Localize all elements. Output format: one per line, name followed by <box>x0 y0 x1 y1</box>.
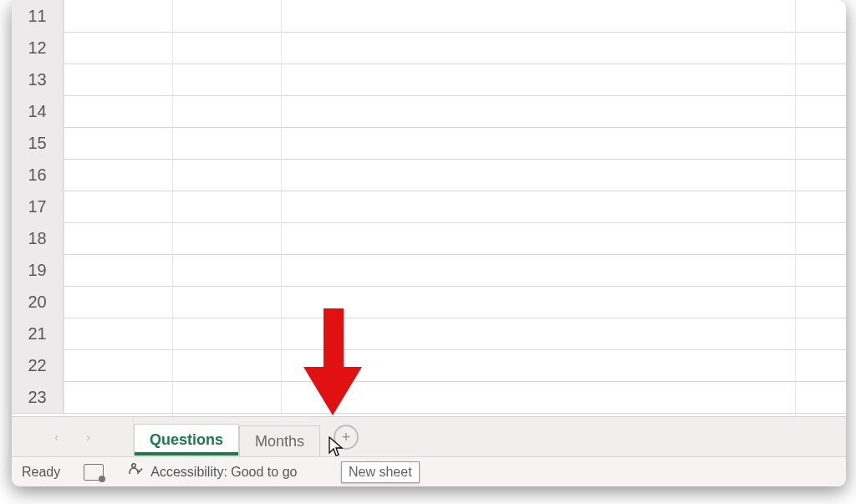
col-separator <box>172 0 173 416</box>
sheet-tab-label: Months <box>255 433 304 451</box>
row[interactable]: 15 <box>12 127 846 160</box>
plus-icon: + <box>342 430 351 445</box>
row-header[interactable]: 16 <box>12 159 64 191</box>
col-separator <box>64 0 64 416</box>
sheet-tabs: Questions Months <box>134 417 320 456</box>
row-header[interactable]: 20 <box>12 286 64 318</box>
row-header[interactable]: 22 <box>12 349 64 381</box>
row-header[interactable]: 15 <box>12 127 64 159</box>
row[interactable]: 16 <box>12 159 846 191</box>
row-header[interactable]: 17 <box>12 191 64 222</box>
row[interactable]: 11 <box>12 0 846 33</box>
row-header[interactable]: 21 <box>12 318 64 349</box>
row[interactable]: 13 <box>12 64 846 96</box>
excel-window-fragment: 11 12 13 14 15 16 17 18 19 20 21 22 23 ‹… <box>12 0 846 486</box>
status-bar: Ready Accessibility: Good to go <box>12 456 846 486</box>
sheet-tab-months[interactable]: Months <box>239 425 320 456</box>
sheet-tab-questions[interactable]: Questions <box>134 424 239 456</box>
status-macro-rec[interactable] <box>84 464 104 481</box>
col-separator <box>795 0 796 416</box>
row[interactable]: 14 <box>12 95 846 128</box>
row[interactable]: 20 <box>12 286 846 318</box>
row[interactable]: 23 <box>12 381 846 414</box>
macro-record-icon <box>84 464 104 481</box>
sheet-tab-label: Questions <box>150 431 223 449</box>
tab-nav-prev-icon[interactable]: ‹ <box>48 429 65 445</box>
row-header[interactable]: 18 <box>12 222 64 254</box>
col-separator <box>281 0 282 416</box>
spreadsheet-grid[interactable]: 11 12 13 14 15 16 17 18 19 20 21 22 23 <box>12 0 846 416</box>
row-header[interactable]: 11 <box>12 0 64 32</box>
row-header[interactable]: 23 <box>12 381 64 413</box>
row-header[interactable]: 19 <box>12 254 64 286</box>
tab-nav-next-icon[interactable]: › <box>80 429 97 445</box>
row[interactable]: 18 <box>12 222 846 255</box>
svg-point-0 <box>132 464 135 467</box>
row[interactable]: 17 <box>12 191 846 223</box>
new-sheet-button[interactable]: + <box>334 425 359 450</box>
row-header[interactable]: 12 <box>12 32 64 64</box>
row[interactable]: 21 <box>12 318 846 350</box>
new-sheet-holder: + <box>320 417 359 456</box>
row[interactable]: 12 <box>12 32 846 64</box>
status-accessibility[interactable]: Accessibility: Good to go <box>127 461 297 482</box>
person-check-icon <box>127 461 144 482</box>
tab-nav-area: ‹ › <box>12 417 134 456</box>
row-header[interactable]: 14 <box>12 95 64 127</box>
sheet-tab-strip: ‹ › Questions Months + <box>12 416 846 456</box>
row-header[interactable]: 13 <box>12 64 64 95</box>
row[interactable]: 19 <box>12 254 846 287</box>
row[interactable]: 22 <box>12 349 846 382</box>
status-ready: Ready <box>22 465 60 480</box>
status-accessibility-label: Accessibility: Good to go <box>150 465 297 480</box>
